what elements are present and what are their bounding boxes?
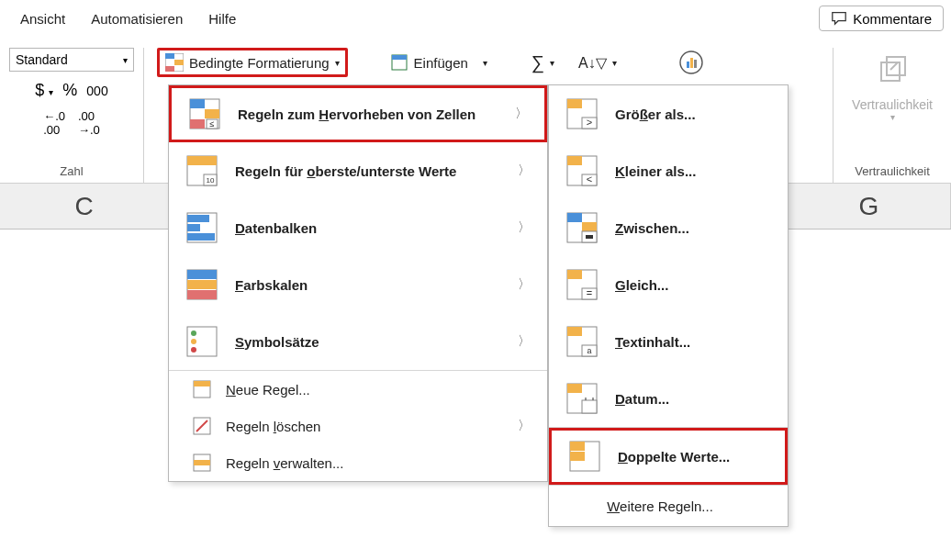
- svg-rect-3: [165, 66, 174, 72]
- svg-rect-68: [570, 452, 585, 461]
- managerules-icon: [193, 454, 211, 472]
- vertraulichkeit-label: Vertraulichkeit: [852, 97, 933, 112]
- chevron-right-icon: 〉: [518, 219, 531, 236]
- greater-than-item[interactable]: > Größer als...: [549, 85, 788, 142]
- svg-point-34: [191, 347, 196, 353]
- svg-text:>: >: [587, 117, 592, 128]
- databars-icon: [185, 211, 218, 244]
- analyze-button[interactable]: [674, 48, 709, 77]
- autosum-button[interactable]: ∑ ▾: [528, 48, 558, 77]
- sigma-icon: ∑: [531, 52, 544, 73]
- svg-text:≤: ≤: [210, 119, 215, 129]
- number-format-select[interactable]: Standard ▾: [9, 48, 134, 72]
- new-rule-item[interactable]: Neue Regel...: [169, 371, 547, 408]
- svg-rect-25: [187, 224, 200, 231]
- svg-rect-11: [887, 57, 905, 75]
- duplicate-values-item[interactable]: Doppelte Werte...: [549, 428, 788, 485]
- menu-automatisieren[interactable]: Automatisieren: [78, 6, 196, 32]
- chevron-right-icon: 〉: [518, 418, 531, 434]
- chevron-down-icon: ▾: [483, 58, 487, 68]
- conditional-formatting-button[interactable]: Bedingte Formatierung ▾: [157, 48, 348, 77]
- menubar: Ansicht Automatisieren Hilfe Kommentare: [0, 0, 951, 37]
- chevron-down-icon: ▾: [612, 58, 617, 68]
- zahl-group: Standard ▾ $ ▾ % 000 ←.0.00 .00→.0 Zahl: [0, 48, 144, 184]
- between-item[interactable]: Zwischen...: [549, 199, 788, 256]
- sensitivity-icon[interactable]: [874, 51, 911, 95]
- chevron-right-icon: 〉: [518, 333, 531, 350]
- color-scales-item[interactable]: Farbskalen 〉: [169, 256, 547, 313]
- less-than-item[interactable]: < Kleiner als...: [549, 142, 788, 199]
- menu-label: Gleich...: [615, 277, 668, 293]
- percent-icon[interactable]: %: [62, 81, 77, 100]
- svg-rect-30: [187, 290, 217, 299]
- greater-icon: >: [565, 97, 599, 130]
- menu-label: Regeln verwalten...: [226, 455, 343, 471]
- icon-sets-item[interactable]: Symbolsätze 〉: [169, 313, 547, 370]
- top-bottom-rules-item[interactable]: 10 Regeln für oberste/unterste Werte 〉: [169, 142, 547, 199]
- menu-label: Größer als...: [615, 106, 696, 122]
- sort-filter-button[interactable]: A↓▽ ▾: [575, 48, 621, 77]
- svg-rect-62: [567, 384, 582, 393]
- menu-ansicht[interactable]: Ansicht: [7, 6, 78, 32]
- menu-label: Zwischen...: [615, 220, 689, 236]
- kommentare-button[interactable]: Kommentare: [819, 6, 944, 31]
- svg-rect-8: [690, 58, 693, 68]
- menu-label: Regeln für oberste/unterste Werte: [235, 163, 456, 179]
- zahl-group-label: Zahl: [60, 164, 83, 184]
- data-bars-item[interactable]: Datenbalken 〉: [169, 199, 547, 256]
- equal-to-item[interactable]: = Gleich...: [549, 256, 788, 313]
- cond-format-icon: [165, 53, 184, 72]
- highlight-cells-rules-item[interactable]: ≤ Regeln zum Hervorheben von Zellen 〉: [169, 85, 547, 142]
- menu-label: Datenbalken: [235, 220, 317, 236]
- chevron-right-icon: 〉: [518, 276, 531, 293]
- svg-rect-67: [570, 442, 585, 451]
- insert-button[interactable]: Einfügen ▾: [386, 48, 491, 77]
- thousands-icon[interactable]: 000: [86, 84, 107, 98]
- date-icon: [565, 382, 599, 415]
- more-rules-item[interactable]: Weitere Regeln...: [549, 486, 788, 526]
- highlight-cells-icon: ≤: [188, 97, 221, 130]
- svg-rect-13: [190, 99, 205, 108]
- svg-rect-28: [187, 270, 217, 279]
- column-header[interactable]: C: [0, 184, 169, 229]
- svg-rect-19: [187, 156, 202, 165]
- ribbon-buttons: Bedingte Formatierung ▾ Einfügen ▾ ∑ ▾ A…: [144, 48, 709, 77]
- svg-rect-29: [187, 280, 217, 289]
- comment-icon: [831, 10, 847, 27]
- number-format-value: Standard: [16, 52, 68, 67]
- conditional-format-menu: ≤ Regeln zum Hervorheben von Zellen 〉 10…: [168, 84, 548, 482]
- newrule-icon: [193, 380, 211, 398]
- svg-rect-54: [567, 270, 582, 279]
- manage-rules-item[interactable]: Regeln verwalten...: [169, 444, 547, 481]
- svg-rect-20: [202, 156, 217, 165]
- clear-rules-item[interactable]: Regeln löschen 〉: [169, 408, 547, 444]
- chevron-down-icon: ▾: [890, 112, 895, 122]
- menu-hilfe[interactable]: Hilfe: [196, 6, 249, 32]
- date-item[interactable]: Datum...: [549, 370, 788, 427]
- currency-icon[interactable]: $ ▾: [35, 81, 53, 100]
- chevron-right-icon: 〉: [518, 162, 531, 179]
- clearrules-icon: [193, 417, 211, 435]
- iconsets-icon: [185, 325, 218, 358]
- decrease-decimal-icon[interactable]: .00→.0: [78, 109, 100, 137]
- menu-label: Textinhalt...: [615, 334, 690, 350]
- svg-rect-63: [582, 400, 597, 413]
- vertraulichkeit-group-label: Vertraulichkeit: [855, 164, 930, 184]
- text-contains-item[interactable]: a Textinhalt...: [549, 313, 788, 370]
- svg-text:<: <: [587, 174, 592, 185]
- svg-rect-52: [586, 235, 593, 239]
- column-header[interactable]: G: [788, 184, 951, 229]
- top-bottom-icon: 10: [185, 154, 218, 187]
- kommentare-label: Kommentare: [853, 11, 932, 27]
- svg-text:=: =: [587, 287, 592, 298]
- menu-label: Weitere Regeln...: [607, 498, 713, 514]
- svg-rect-26: [187, 233, 215, 241]
- text-icon: a: [565, 325, 599, 358]
- duplicate-icon: [568, 440, 601, 473]
- svg-point-33: [191, 339, 196, 344]
- colorscales-icon: [185, 268, 218, 301]
- svg-rect-1: [165, 53, 174, 59]
- vertraulichkeit-group: Vertraulichkeit ▾ Vertraulichkeit: [833, 48, 951, 184]
- increase-decimal-icon[interactable]: ←.0.00: [43, 109, 65, 137]
- menu-label: Doppelte Werte...: [618, 449, 730, 465]
